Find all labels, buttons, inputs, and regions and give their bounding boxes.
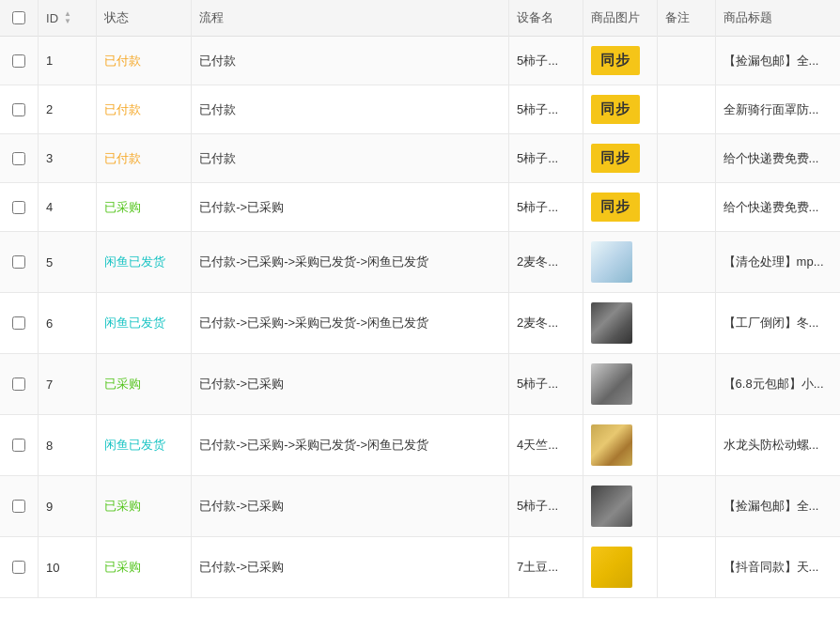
row-flow: 已付款->已采购 — [192, 354, 509, 415]
row-checkbox[interactable] — [12, 439, 25, 452]
header-device-label: 设备名 — [517, 10, 553, 24]
row-id: 2 — [39, 85, 97, 134]
header-image: 商品图片 — [583, 0, 657, 37]
row-device: 5柿子... — [509, 37, 583, 85]
select-all-checkbox[interactable] — [12, 11, 25, 24]
row-checkbox[interactable] — [12, 255, 25, 269]
row-device: 5柿子... — [509, 85, 583, 134]
row-flow: 已付款 — [192, 85, 509, 134]
row-device: 5柿子... — [509, 134, 583, 183]
header-id-label: ID — [46, 11, 58, 25]
table-row[interactable]: 3 已付款 已付款 5柿子... 同步 给个快递费免费... — [0, 134, 840, 183]
row-checkbox-cell[interactable] — [0, 293, 39, 354]
table-row[interactable]: 4 已采购 已付款->已采购 5柿子... 同步 给个快递费免费... — [0, 183, 840, 232]
row-image-cell — [583, 232, 657, 293]
row-title: 【捡漏包邮】全... — [715, 37, 840, 85]
table-row[interactable]: 8 闲鱼已发货 已付款->已采购->采购已发货->闲鱼已发货 4天竺... 水龙… — [0, 415, 840, 476]
main-table-container: ID ▲ ▼ 状态 流程 设备名 商品图片 — [0, 0, 840, 598]
product-image — [591, 547, 632, 588]
row-title: 给个快递费免费... — [715, 134, 840, 183]
row-title: 给个快递费免费... — [715, 183, 840, 232]
header-flow-label: 流程 — [199, 10, 224, 24]
row-id: 8 — [39, 415, 97, 476]
table-row[interactable]: 2 已付款 已付款 5柿子... 同步 全新骑行面罩防... — [0, 85, 840, 134]
row-checkbox-cell[interactable] — [0, 85, 39, 134]
row-checkbox-cell[interactable] — [0, 232, 39, 293]
product-image — [591, 486, 632, 527]
header-id[interactable]: ID ▲ ▼ — [39, 0, 97, 37]
row-checkbox-cell[interactable] — [0, 134, 39, 183]
row-image-cell — [583, 537, 657, 598]
row-id: 9 — [39, 476, 97, 537]
row-checkbox[interactable] — [12, 316, 25, 330]
row-checkbox[interactable] — [12, 152, 25, 165]
table-row[interactable]: 10 已采购 已付款->已采购 7土豆... 【抖音同款】天... — [0, 537, 840, 598]
row-device: 5柿子... — [509, 354, 583, 415]
row-checkbox[interactable] — [12, 378, 25, 391]
header-checkbox[interactable] — [0, 0, 39, 37]
row-checkbox-cell[interactable] — [0, 354, 39, 415]
row-checkbox[interactable] — [12, 500, 25, 513]
sync-badge: 同步 — [591, 144, 640, 173]
row-checkbox-cell[interactable] — [0, 183, 39, 232]
table-row[interactable]: 1 已付款 已付款 5柿子... 同步 【捡漏包邮】全... — [0, 37, 840, 85]
row-note — [657, 134, 715, 183]
row-status: 闲鱼已发货 — [96, 293, 191, 354]
row-status: 已付款 — [96, 37, 191, 85]
row-flow: 已付款->已采购 — [192, 476, 509, 537]
header-note: 备注 — [657, 0, 715, 37]
row-status: 已采购 — [96, 183, 191, 232]
row-device: 5柿子... — [509, 476, 583, 537]
row-title: 水龙头防松动螺... — [715, 415, 840, 476]
orders-table: ID ▲ ▼ 状态 流程 设备名 商品图片 — [0, 0, 840, 598]
row-id: 3 — [39, 134, 97, 183]
row-device: 7土豆... — [509, 537, 583, 598]
row-image-cell: 同步 — [583, 134, 657, 183]
row-title: 【捡漏包邮】全... — [715, 476, 840, 537]
header-title: 商品标题 — [715, 0, 840, 37]
table-row[interactable]: 7 已采购 已付款->已采购 5柿子... 【6.8元包邮】小... — [0, 354, 840, 415]
product-image — [591, 241, 632, 283]
row-note — [657, 232, 715, 293]
row-id: 6 — [39, 293, 97, 354]
row-note — [657, 415, 715, 476]
row-status: 已付款 — [96, 85, 191, 134]
row-title: 【清仓处理】mp... — [715, 232, 840, 293]
row-checkbox-cell[interactable] — [0, 537, 39, 598]
row-checkbox-cell[interactable] — [0, 415, 39, 476]
row-checkbox[interactable] — [12, 103, 25, 116]
header-title-label: 商品标题 — [723, 10, 772, 24]
row-checkbox[interactable] — [12, 201, 25, 214]
table-row[interactable]: 6 闲鱼已发货 已付款->已采购->采购已发货->闲鱼已发货 2麦冬... 【工… — [0, 293, 840, 354]
row-flow: 已付款 — [192, 37, 509, 85]
row-status: 已付款 — [96, 134, 191, 183]
table-header-row: ID ▲ ▼ 状态 流程 设备名 商品图片 — [0, 0, 840, 37]
row-note — [657, 85, 715, 134]
row-id: 10 — [39, 537, 97, 598]
row-note — [657, 183, 715, 232]
sort-id-icon[interactable]: ▲ ▼ — [64, 10, 71, 25]
table-body: 1 已付款 已付款 5柿子... 同步 【捡漏包邮】全... 2 已付款 已付款… — [0, 37, 840, 598]
row-title: 【工厂倒闭】冬... — [715, 293, 840, 354]
row-id: 1 — [39, 37, 97, 85]
row-id: 4 — [39, 183, 97, 232]
table-row[interactable]: 9 已采购 已付款->已采购 5柿子... 【捡漏包邮】全... — [0, 476, 840, 537]
row-checkbox[interactable] — [12, 561, 25, 574]
row-device: 2麦冬... — [509, 293, 583, 354]
row-checkbox-cell[interactable] — [0, 476, 39, 537]
sync-badge: 同步 — [591, 46, 640, 75]
row-image-cell: 同步 — [583, 183, 657, 232]
row-image-cell — [583, 354, 657, 415]
header-image-label: 商品图片 — [591, 10, 640, 24]
row-flow: 已付款 — [192, 134, 509, 183]
header-flow: 流程 — [192, 0, 509, 37]
header-device: 设备名 — [509, 0, 583, 37]
sync-badge: 同步 — [591, 95, 640, 124]
product-image — [591, 363, 632, 405]
table-row[interactable]: 5 闲鱼已发货 已付款->已采购->采购已发货->闲鱼已发货 2麦冬... 【清… — [0, 232, 840, 293]
row-note — [657, 354, 715, 415]
row-image-cell: 同步 — [583, 37, 657, 85]
row-image-cell — [583, 415, 657, 476]
row-checkbox-cell[interactable] — [0, 37, 39, 85]
row-checkbox[interactable] — [12, 54, 25, 68]
